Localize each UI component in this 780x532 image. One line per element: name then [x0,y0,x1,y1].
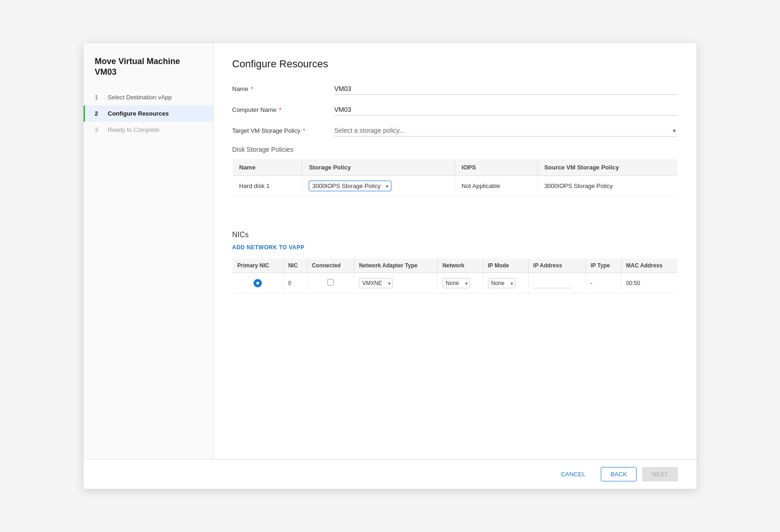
dialog: Move Virtual Machine VM03 1 Select Desti… [84,43,696,489]
ip-address-input[interactable] [533,278,571,288]
network-select-wrapper: None [442,278,470,288]
sidebar-step-2[interactable]: 2 Configure Resources [84,105,213,122]
nic-col-mac-address: MAC Address [621,259,677,273]
add-network-to-vapp-link[interactable]: ADD NETWORK TO VAPP [232,244,305,251]
nic-col-connected: Connected [307,259,354,273]
nic-table: Primary NIC NIC Connected Network Adapte… [232,258,678,317]
sidebar-step-1[interactable]: 1 Select Destination vApp [84,89,213,105]
nic-col-ip-address: IP Address [528,259,586,273]
computer-name-form-group: Computer Name * [232,104,678,116]
sidebar: Move Virtual Machine VM03 1 Select Desti… [84,43,214,459]
cancel-button[interactable]: CANCEL [551,467,595,481]
ip-mode-select[interactable]: None [488,278,515,288]
step-number-3: 3 [95,126,103,133]
storage-policy-select-wrapper: Select a storage policy... ▾ [334,125,678,136]
network-select[interactable]: None [442,278,470,288]
disk-col-storage-policy: Storage Policy [302,159,455,176]
ip-mode-select-wrapper: None [488,278,515,288]
disk-row-0-policy: 3000IOPS Storage Policy [302,176,455,196]
nic-row-0-connected[interactable] [307,273,354,293]
nic-col-ip-type: IP Type [586,259,622,273]
nic-row-0-ip-type: - [586,273,622,293]
main-content: Configure Resources Name * Computer Name… [214,43,696,459]
storage-policy-select[interactable]: Select a storage policy... [334,125,678,136]
disk-row-0-name: Hard disk 1 [233,176,302,196]
name-label: Name * [232,85,334,92]
nic-row-0-nic: 0 [283,273,307,293]
step-number-1: 1 [95,94,103,101]
disk-policy-select-wrapper: 3000IOPS Storage Policy [309,181,391,191]
nic-row-0-adapter: VMXNE [354,273,438,293]
back-button[interactable]: BACK [601,467,637,481]
nic-row-0-ip-address [528,273,586,293]
storage-policy-form-group: Target VM Storage Policy * Select a stor… [232,125,678,136]
adapter-type-select-wrapper: VMXNE [359,278,393,288]
storage-policy-label: Target VM Storage Policy * [232,127,334,134]
disk-empty-cell [233,196,678,220]
nic-empty-row [233,293,678,317]
sidebar-steps: 1 Select Destination vApp 2 Configure Re… [84,89,213,138]
adapter-type-select[interactable]: VMXNE [359,278,393,288]
storage-policy-required: * [303,127,305,134]
disk-row-0: Hard disk 1 3000IOPS Storage Policy Not … [233,176,678,196]
nic-col-primary: Primary NIC [233,259,284,273]
disk-col-iops: IOPS [455,159,538,176]
computer-name-input[interactable] [334,104,678,116]
nics-section: NICs ADD NETWORK TO VAPP Primary NIC NIC… [232,231,678,317]
nic-empty-cell [233,293,678,317]
step-label-1: Select Destination vApp [108,94,172,101]
name-form-group: Name * [232,83,678,95]
sidebar-step-3: 3 Ready to Complete [84,122,213,138]
nics-title: NICs [232,231,678,239]
name-input[interactable] [334,83,678,95]
next-button: NEXT [642,467,678,481]
disk-storage-table: Name Storage Policy IOPS Source VM Stora… [232,159,678,220]
nic-row-0-primary[interactable] [233,273,284,293]
step-label-3: Ready to Complete [108,126,159,133]
disk-storage-section-label: Disk Storage Policies [232,146,678,153]
step-number-2: 2 [95,110,103,117]
connected-checkbox[interactable] [327,279,334,285]
disk-row-0-iops: Not Applicable [455,176,538,196]
step-label-2: Configure Resources [108,110,169,117]
disk-empty-row [233,196,678,220]
disk-policy-select[interactable]: 3000IOPS Storage Policy [309,181,391,191]
page-title: Configure Resources [232,58,678,70]
dialog-footer: CANCEL BACK NEXT [84,459,696,489]
nic-row-0-ip-mode: None [483,273,528,293]
dialog-body: Move Virtual Machine VM03 1 Select Desti… [84,43,696,459]
primary-nic-radio[interactable] [254,279,262,287]
sidebar-title: Move Virtual Machine VM03 [84,56,213,89]
nic-col-adapter-type: Network Adapter Type [354,259,438,273]
nic-row-0-mac: 00:50 [621,273,677,293]
disk-col-source-policy: Source VM Storage Policy [538,159,678,176]
nic-col-ip-mode: IP Mode [483,259,528,273]
computer-name-label: Computer Name * [232,106,334,113]
nic-row-0-network: None [437,273,483,293]
nic-col-network: Network [437,259,483,273]
disk-row-0-source: 3000IOPS Storage Policy [538,176,678,196]
nic-row-0: 0 VMXNE [233,273,678,293]
name-required: * [251,85,253,92]
computer-name-required: * [279,106,281,113]
disk-col-name: Name [233,159,302,176]
nic-col-nic: NIC [283,259,307,273]
